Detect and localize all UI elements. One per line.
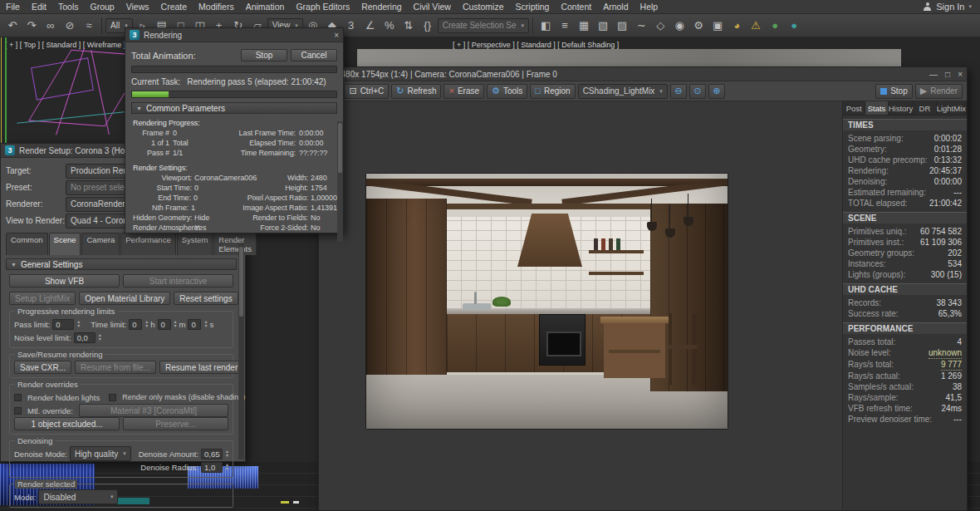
vfb-titlebar[interactable]: 2480x 1754px (1:4) | Camera: CoronaCamer… [319, 67, 967, 81]
render-setup-tab[interactable]: Camera [81, 233, 120, 255]
redo-icon[interactable]: ↷ [22, 17, 41, 35]
rendered-frame-window-icon[interactable]: ▣ [708, 17, 727, 35]
menu-item[interactable]: Group [85, 0, 120, 13]
setup-lightmix-button[interactable]: Setup LightMix [9, 292, 76, 305]
render-setup-tab[interactable]: Scene [49, 233, 81, 255]
spinner[interactable]: ▴▾ [204, 320, 207, 328]
spinner[interactable]: ▴▾ [174, 320, 177, 328]
scrollbar[interactable] [238, 243, 244, 459]
vfb-tab[interactable]: Stats [865, 101, 888, 115]
menu-item[interactable]: File [0, 0, 26, 13]
start-interactive-button[interactable]: Start interactive [123, 274, 233, 287]
copy-button[interactable]: ⊡Ctrl+C [344, 84, 389, 99]
menu-item[interactable]: Animation [240, 0, 291, 13]
ribbon-toggle-icon[interactable]: ▨ [613, 17, 631, 35]
viewport-label-top[interactable]: [ + ] [ Top ] [ Standard ] [ Wireframe ] [5, 41, 125, 49]
save-cxr-button[interactable]: Save CXR... [14, 361, 71, 374]
render-only-masks-checkbox[interactable] [109, 394, 116, 401]
render-setup-tab[interactable]: Performance [120, 233, 175, 255]
erase-button[interactable]: ×Erase [443, 84, 484, 99]
render-setup-tab[interactable]: Render Elements [213, 233, 257, 255]
render-setup-tab[interactable]: Common [6, 233, 48, 255]
rendering-dialog-titlebar[interactable]: 3 Rendering × [125, 28, 343, 42]
refresh-button[interactable]: ↻Refresh [391, 84, 441, 99]
vfb-tab[interactable]: History [889, 101, 914, 115]
angle-snap-icon[interactable]: ∠ [361, 17, 380, 35]
close-icon[interactable]: × [334, 31, 339, 40]
scrollbar-thumb[interactable] [338, 123, 342, 173]
objects-excluded-button[interactable]: 1 object excluded... [14, 417, 120, 430]
menu-item[interactable]: Civil View [408, 0, 457, 13]
preserve-button[interactable]: Preserve... [123, 417, 228, 430]
percent-snap-icon[interactable]: % [380, 17, 399, 35]
scrollbar-thumb[interactable] [239, 247, 243, 317]
track-key-marker[interactable] [281, 501, 289, 504]
menu-item[interactable]: Customize [457, 0, 510, 13]
time-limit-m-field[interactable]: 0 [158, 319, 171, 330]
menu-item[interactable]: Rendering [355, 0, 407, 13]
resume-from-file-button[interactable]: Resume from file... [75, 361, 156, 374]
denoise-amount-field[interactable]: 0,65 [201, 449, 223, 459]
render-hidden-lights-checkbox[interactable] [14, 394, 22, 401]
zoom-out-icon[interactable]: ⊖ [670, 84, 687, 99]
curve-editor-icon[interactable]: ∼ [632, 17, 650, 35]
channel-dropdown[interactable]: CShading_LightMix▾ [578, 84, 668, 99]
viewport-label-perspective[interactable]: [ + ] [ Perspective ] [ Standard ] [ Def… [453, 41, 619, 49]
layer-explorer-icon[interactable]: ▧ [594, 17, 612, 35]
menu-item[interactable]: Edit [26, 0, 52, 13]
time-limit-s-field[interactable]: 0 [188, 319, 201, 330]
spinner[interactable]: ▴▾ [99, 333, 101, 341]
menu-item[interactable]: Tools [52, 0, 85, 13]
vfb-canvas[interactable] [319, 101, 842, 510]
vfb-tab[interactable]: Post [843, 101, 865, 115]
track-key-marker[interactable] [293, 501, 299, 504]
vfb-tab[interactable]: DR [914, 101, 936, 115]
open-material-library-button[interactable]: Open Material Library [79, 292, 170, 305]
mtl-override-material-button[interactable]: Material #3 [CoronaMtl] [79, 404, 228, 417]
physical-material-icon[interactable]: ● [785, 17, 803, 35]
spinner[interactable]: ▴▾ [77, 320, 80, 328]
menu-item[interactable]: Scripting [510, 0, 556, 13]
spinner[interactable]: ▴▾ [145, 320, 148, 328]
stop-button[interactable]: Stop [241, 49, 287, 61]
warning-icon[interactable]: ⚠ [747, 17, 765, 35]
render-production-icon[interactable]: ◕ [728, 17, 746, 35]
general-settings-rollout[interactable]: ▼ General Settings [6, 258, 237, 270]
spinner[interactable]: ▴▾ [226, 463, 228, 471]
scene-explorer-icon[interactable]: ▦ [575, 17, 593, 35]
align-icon[interactable]: ≡ [556, 17, 574, 35]
denoise-mode-dropdown[interactable]: High quality▾ [70, 446, 131, 461]
tools-button[interactable]: ⚙Tools [487, 84, 527, 99]
minimize-icon[interactable]: — [929, 70, 938, 79]
show-vfb-button[interactable]: Show VFB [9, 274, 120, 287]
menu-item[interactable]: Views [120, 0, 155, 13]
close-icon[interactable]: × [958, 70, 963, 79]
render-setup-tab[interactable]: System [177, 233, 213, 255]
menu-item[interactable]: Create [155, 0, 194, 13]
material-editor-icon[interactable]: ◉ [670, 17, 688, 35]
stop-render-button[interactable]: Stop [875, 84, 913, 99]
undo-icon[interactable]: ↶ [3, 17, 22, 35]
menu-item[interactable]: Modifiers [193, 0, 240, 13]
render-setup-icon[interactable]: ⚙ [689, 17, 708, 35]
isolate-selection-icon[interactable]: ● [766, 17, 784, 35]
time-limit-h-field[interactable]: 0 [129, 319, 142, 330]
maximize-icon[interactable]: □ [945, 70, 950, 79]
noise-level-limit-field[interactable]: 0,0 [74, 332, 96, 343]
resume-last-render-button[interactable]: Resume last render [159, 361, 243, 374]
vfb-tab[interactable]: LightMix [937, 101, 967, 115]
menu-item[interactable]: Graph Editors [290, 0, 355, 13]
common-parameters-rollout[interactable]: ▼ Common Parameters [131, 102, 337, 114]
pass-limit-field[interactable]: 0 [52, 319, 74, 330]
spinner-snap-icon[interactable]: ⇅ [399, 17, 418, 35]
menu-item[interactable]: Content [555, 0, 597, 13]
bind-to-space-warp-icon[interactable]: ≈ [80, 17, 98, 35]
render-button[interactable]: ▶Render [915, 84, 963, 99]
zoom-actual-icon[interactable]: ⊙ [689, 84, 706, 99]
menu-item[interactable]: Help [635, 0, 664, 13]
mirror-icon[interactable]: ◧ [537, 17, 555, 35]
schematic-view-icon[interactable]: ◇ [651, 17, 669, 35]
select-and-link-icon[interactable]: ∞ [42, 17, 60, 35]
menu-item[interactable]: Arnold [597, 0, 634, 13]
edit-named-selection-sets-icon[interactable]: {} [419, 17, 437, 35]
